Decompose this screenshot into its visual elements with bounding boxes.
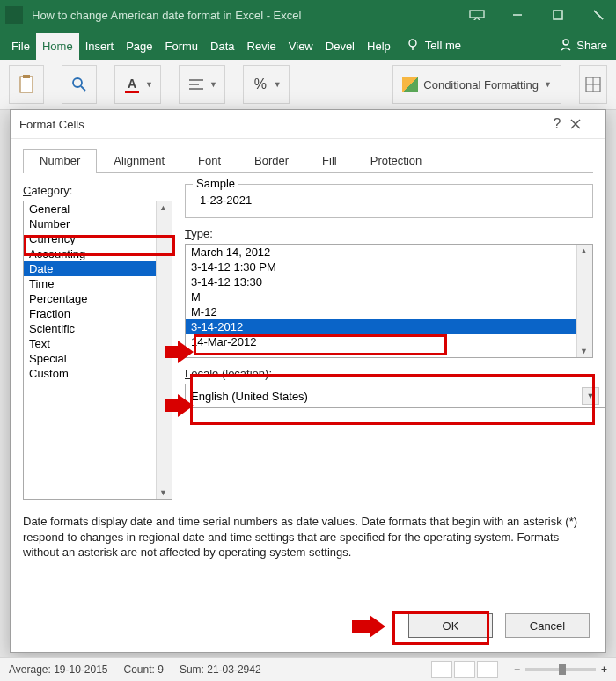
tab-home[interactable]: Home [36,33,79,60]
excel-doc-icon [5,6,23,24]
list-item[interactable]: 3-14-12 1:30 PM [186,260,592,275]
locale-dropdown[interactable]: English (United States) ▼ [185,384,605,408]
tell-me-label: Tell me [425,39,461,52]
dialog-close-button[interactable] [570,119,597,129]
tab-review[interactable]: Revie [241,33,282,60]
chevron-down-icon: ▼ [209,80,217,89]
format-cells-dialog: Format Cells ? Number Alignment Font Bor… [10,109,606,653]
tab-developer[interactable]: Devel [319,33,361,60]
list-item[interactable]: General [24,201,172,216]
list-item[interactable]: Accounting [24,246,172,261]
scrollbar[interactable] [156,201,172,499]
maximize-button[interactable] [546,4,570,26]
svg-point-5 [409,40,416,47]
tell-me-search[interactable]: Tell me [397,30,470,60]
percent-icon: % [251,75,270,94]
minimize-button[interactable] [505,4,530,26]
svg-rect-2 [554,11,562,19]
statusbar: Average: 19-10-2015 Count: 9 Sum: 21-03-… [0,657,616,681]
font-color-group[interactable]: A ▼ [114,65,161,104]
lightbulb-icon [406,38,420,52]
tab-fill[interactable]: Fill [305,149,354,173]
paste-group[interactable] [9,65,44,104]
zoom-out-icon[interactable]: − [514,663,520,676]
list-item[interactable]: 14-Mar-2012 [186,334,592,349]
ribbon-toolbar: A ▼ ▼ % ▼ Conditional Formatting ▼ [0,60,616,110]
chevron-down-icon: ▼ [274,80,282,89]
tab-alignment[interactable]: Alignment [97,149,181,173]
svg-rect-0 [470,11,484,18]
list-item[interactable]: Time [24,276,172,291]
font-color-icon: A [122,75,142,94]
clipboard-icon [17,75,36,94]
tab-font[interactable]: Font [181,149,238,173]
list-item[interactable]: Scientific [24,321,172,336]
tab-border[interactable]: Border [238,149,305,173]
list-item[interactable]: Currency [24,231,172,246]
list-item-selected[interactable]: Date [24,261,172,276]
tab-formulas[interactable]: Formu [159,33,205,60]
type-listbox[interactable]: March 14, 2012 3-14-12 1:30 PM 3-14-12 1… [185,244,593,358]
scrollbar[interactable] [576,245,592,357]
list-item[interactable]: Text [24,336,172,351]
tab-insert[interactable]: Insert [79,33,121,60]
dialog-titlebar: Format Cells ? [11,110,605,139]
app-titlebar: How to change American date format in Ex… [0,0,616,30]
conditional-formatting-icon [402,77,418,92]
cancel-button[interactable]: Cancel [505,613,590,638]
zoom-control[interactable]: − + [514,663,607,676]
sample-label: Sample [193,177,238,190]
ribbon-options-icon[interactable] [465,4,489,26]
category-listbox[interactable]: General Number Currency Accounting Date … [23,201,172,500]
zoom-slider[interactable] [525,668,596,671]
insert-cells-group[interactable] [579,65,607,104]
align-group[interactable]: ▼ [179,65,225,104]
dialog-title: Format Cells [19,118,84,131]
sample-group: Sample 1-23-2021 [185,184,593,218]
find-group[interactable] [62,65,97,104]
ok-button[interactable]: OK [408,613,493,638]
list-item-selected[interactable]: 3-14-2012 [186,319,592,334]
tab-help[interactable]: Help [361,33,397,60]
list-item[interactable]: M-12 [186,304,592,319]
list-item[interactable]: Fraction [24,306,172,321]
dialog-help-button[interactable]: ? [544,116,570,132]
list-item[interactable]: Percentage [24,291,172,306]
svg-line-11 [81,86,85,91]
locale-value: English (United States) [191,390,308,403]
view-normal-button[interactable] [431,661,452,678]
view-buttons [431,661,498,678]
view-page-layout-button[interactable] [454,661,475,678]
chevron-down-icon: ▼ [582,387,599,405]
tab-page[interactable]: Page [120,33,158,60]
ribbon-tabs: File Home Insert Page Formu Data Revie V… [0,30,616,60]
chevron-down-icon: ▼ [145,80,153,89]
list-item[interactable]: Custom [24,366,172,381]
close-button[interactable] [586,4,611,26]
tab-view[interactable]: View [282,33,319,60]
chevron-down-icon: ▼ [544,80,552,89]
list-item[interactable]: Special [24,351,172,366]
svg-rect-8 [20,77,33,92]
window-controls [465,4,611,26]
list-item[interactable]: 3-14-12 13:30 [186,275,592,289]
svg-line-4 [594,11,603,19]
tab-data[interactable]: Data [204,33,240,60]
type-label: Type: [185,227,593,240]
list-item[interactable]: Number [24,216,172,231]
conditional-formatting-button[interactable]: Conditional Formatting ▼ [392,65,561,104]
percent-group[interactable]: % ▼ [243,65,290,104]
tab-protection[interactable]: Protection [354,149,439,173]
svg-point-7 [563,40,568,45]
view-page-break-button[interactable] [477,661,498,678]
locale-label: Locale (location): [185,367,593,380]
tab-file[interactable]: File [5,33,36,60]
svg-rect-9 [23,75,30,78]
list-item[interactable]: March 14, 2012 [186,245,592,260]
category-label: Category: [23,184,172,197]
share-button[interactable]: Share [550,30,616,60]
zoom-in-icon[interactable]: + [601,663,607,676]
tab-number[interactable]: Number [23,149,97,173]
list-item[interactable]: M [186,289,592,304]
close-icon [570,119,581,129]
